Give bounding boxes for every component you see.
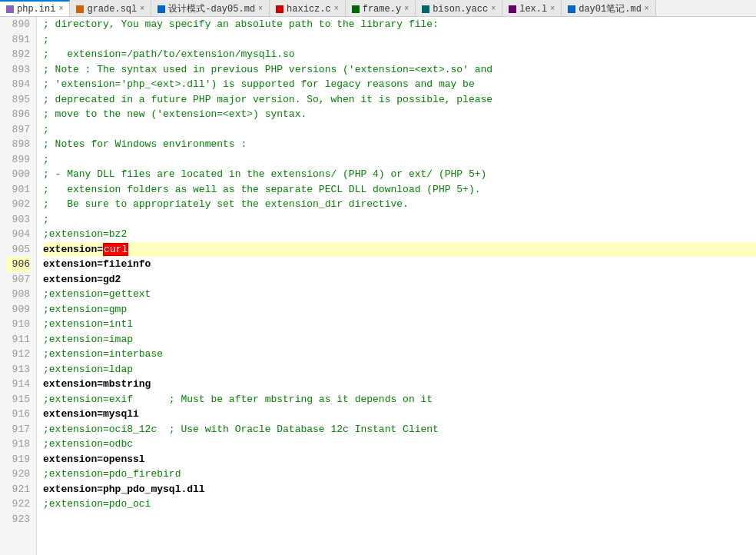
code-line-903: ; Be sure to appropriately set the exten… bbox=[43, 197, 756, 212]
tab-icon-bison-yacc bbox=[422, 5, 429, 13]
tab-bison-yacc[interactable]: bison.yacc× bbox=[416, 0, 502, 16]
code-line-901: ; - Many DLL files are located in the ex… bbox=[43, 167, 756, 182]
line-num-897: 897 bbox=[6, 122, 30, 138]
tab-label-php-ini: php.ini bbox=[17, 4, 55, 15]
tab-icon-frame-y bbox=[352, 5, 360, 13]
line-num-919: 919 bbox=[6, 452, 30, 467]
tab-design-md[interactable]: 设计模式-day05.md× bbox=[151, 0, 270, 16]
line-num-891: 891 bbox=[6, 32, 30, 48]
tab-label-grade-sql: grade.sql bbox=[87, 4, 137, 15]
editor: 8908918928938948958968978988999009019029… bbox=[0, 17, 756, 555]
line-num-903: 903 bbox=[6, 212, 30, 228]
code-line-921: ;extension=pdo_firebird bbox=[43, 467, 756, 482]
code-line-907: extension=fileinfo bbox=[43, 257, 756, 272]
code-line-914: ;extension=ldap bbox=[43, 362, 756, 377]
tab-icon-php-ini bbox=[6, 5, 14, 13]
line-num-911: 911 bbox=[6, 332, 30, 347]
line-num-913: 913 bbox=[6, 362, 30, 377]
line-num-902: 902 bbox=[6, 197, 30, 212]
code-line-902: ; extension folders as well as the separ… bbox=[43, 182, 756, 198]
line-num-921: 921 bbox=[6, 482, 30, 497]
code-highlight-word-906: curl bbox=[103, 243, 128, 256]
tab-close-grade-sql[interactable]: × bbox=[140, 5, 144, 13]
code-line-905: ;extension=bz2 bbox=[43, 227, 756, 242]
code-line-910: ;extension=gmp bbox=[43, 302, 756, 317]
tab-haxicz-c[interactable]: haxicz.c× bbox=[270, 0, 346, 16]
code-line-922: extension=php_pdo_mysql.dll bbox=[43, 482, 756, 497]
code-before-906: extension= bbox=[43, 244, 103, 255]
line-num-920: 920 bbox=[6, 467, 30, 482]
tab-bar: php.ini×grade.sql×设计模式-day05.md×haxicz.c… bbox=[0, 0, 756, 17]
line-numbers: 8908918928938948958968978988999009019029… bbox=[0, 17, 37, 555]
code-line-895: ; 'extension='php_<ext>.dll') is support… bbox=[43, 77, 756, 92]
tab-close-day01-md[interactable]: × bbox=[645, 5, 649, 13]
code-line-892: ; extension=/path/to/extension/mysqli.so bbox=[43, 47, 756, 62]
tab-php-ini[interactable]: php.ini× bbox=[0, 0, 70, 16]
line-num-910: 910 bbox=[6, 317, 30, 332]
code-line-919: ;extension=odbc bbox=[43, 437, 756, 452]
tab-label-haxicz-c: haxicz.c bbox=[287, 4, 331, 15]
code-line-899: ; Notes for Windows environments : bbox=[43, 137, 756, 152]
code-line-917: extension=mysqli bbox=[43, 407, 756, 422]
line-num-901: 901 bbox=[6, 182, 30, 198]
code-line-891: ; bbox=[43, 32, 756, 48]
line-num-922: 922 bbox=[6, 497, 30, 512]
code-line-923: ;extension=pdo_oci bbox=[43, 497, 756, 512]
line-num-898: 898 bbox=[6, 137, 30, 152]
code-line-904: ; bbox=[43, 212, 756, 228]
tab-icon-lex-l bbox=[509, 5, 516, 13]
tab-close-haxicz-c[interactable]: × bbox=[334, 5, 339, 13]
tab-label-lex-l: lex.l bbox=[519, 4, 547, 15]
code-line-890: ; directory, You may specify an absolute… bbox=[43, 17, 756, 32]
code-line-911: ;extension=intl bbox=[43, 317, 756, 332]
line-num-890: 890 bbox=[6, 17, 30, 32]
line-num-906: 906 bbox=[6, 257, 30, 272]
line-num-894: 894 bbox=[6, 77, 30, 92]
code-line-912: ;extension=imap bbox=[43, 332, 756, 347]
code-content[interactable]: ; directory, You may specify an absolute… bbox=[37, 17, 756, 555]
line-num-896: 896 bbox=[6, 107, 30, 122]
line-num-916: 916 bbox=[6, 407, 30, 422]
line-num-905: 905 bbox=[6, 242, 30, 258]
line-num-915: 915 bbox=[6, 392, 30, 407]
line-num-907: 907 bbox=[6, 272, 30, 287]
app-container: php.ini×grade.sql×设计模式-day05.md×haxicz.c… bbox=[0, 0, 756, 555]
line-num-892: 892 bbox=[6, 47, 30, 62]
line-num-923: 923 bbox=[6, 512, 30, 527]
code-line-894: ; Note : The syntax used in previous PHP… bbox=[43, 62, 756, 78]
code-line-920: extension=openssl bbox=[43, 452, 756, 467]
code-line-909: ;extension=gettext bbox=[43, 287, 756, 302]
line-num-912: 912 bbox=[6, 347, 30, 362]
tab-close-design-md[interactable]: × bbox=[258, 5, 263, 13]
tab-close-lex-l[interactable]: × bbox=[550, 5, 555, 13]
code-line-916: ;extension=exif ; Must be after mbstring… bbox=[43, 392, 756, 407]
line-num-908: 908 bbox=[6, 287, 30, 302]
code-line-900: ; bbox=[43, 152, 756, 168]
tab-close-frame-y[interactable]: × bbox=[404, 5, 409, 13]
tab-icon-haxicz-c bbox=[276, 5, 284, 13]
line-num-914: 914 bbox=[6, 377, 30, 392]
code-line-913: ;extension=interbase bbox=[43, 347, 756, 362]
tab-icon-grade-sql bbox=[76, 5, 84, 13]
code-line-918: ;extension=oci8_12c ; Use with Oracle Da… bbox=[43, 422, 756, 437]
line-num-904: 904 bbox=[6, 227, 30, 242]
tab-close-php-ini[interactable]: × bbox=[58, 5, 63, 13]
code-line-898: ; bbox=[43, 122, 756, 138]
line-num-895: 895 bbox=[6, 92, 30, 108]
line-num-900: 900 bbox=[6, 167, 30, 182]
code-line-908: extension=gd2 bbox=[43, 272, 756, 287]
line-num-893: 893 bbox=[6, 62, 30, 78]
tab-frame-y[interactable]: frame.y× bbox=[346, 0, 416, 16]
tab-label-frame-y: frame.y bbox=[363, 4, 401, 15]
tab-icon-design-md bbox=[158, 5, 165, 13]
tab-day01-md[interactable]: day01笔记.md× bbox=[562, 0, 656, 16]
line-num-917: 917 bbox=[6, 422, 30, 437]
tab-lex-l[interactable]: lex.l× bbox=[502, 0, 562, 16]
tab-label-bison-yacc: bison.yacc bbox=[433, 4, 488, 15]
code-line-896: ; deprecated in a future PHP major versi… bbox=[43, 92, 756, 108]
line-num-909: 909 bbox=[6, 302, 30, 317]
line-num-899: 899 bbox=[6, 152, 30, 168]
tab-grade-sql[interactable]: grade.sql× bbox=[70, 0, 151, 16]
tab-label-design-md: 设计模式-day05.md bbox=[168, 2, 255, 15]
tab-close-bison-yacc[interactable]: × bbox=[491, 5, 496, 13]
